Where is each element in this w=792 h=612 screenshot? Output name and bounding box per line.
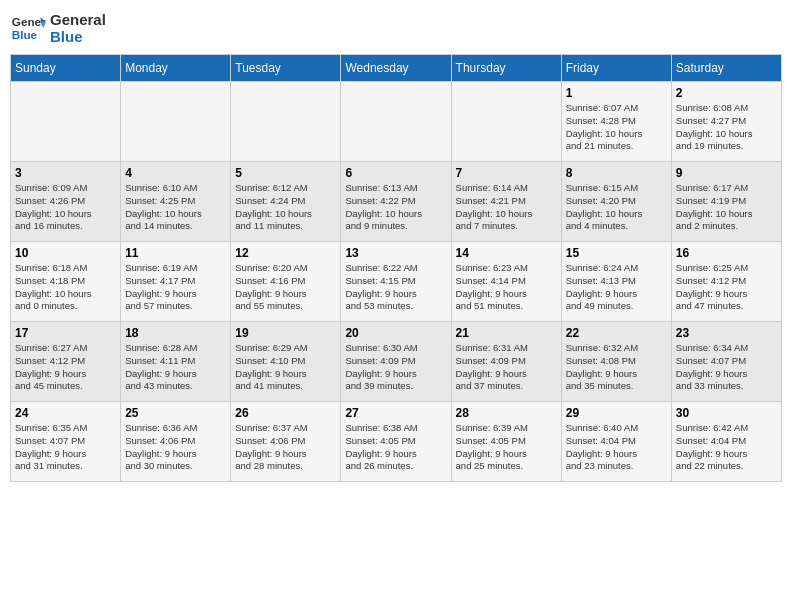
calendar-cell: 25Sunrise: 6:36 AMSunset: 4:06 PMDayligh… (121, 402, 231, 482)
calendar-cell: 1Sunrise: 6:07 AMSunset: 4:28 PMDaylight… (561, 82, 671, 162)
day-number: 8 (566, 166, 667, 180)
day-info: Sunrise: 6:18 AMSunset: 4:18 PMDaylight:… (15, 262, 116, 313)
day-info: Sunrise: 6:10 AMSunset: 4:25 PMDaylight:… (125, 182, 226, 233)
day-info: Sunrise: 6:17 AMSunset: 4:19 PMDaylight:… (676, 182, 777, 233)
day-info: Sunrise: 6:19 AMSunset: 4:17 PMDaylight:… (125, 262, 226, 313)
day-number: 13 (345, 246, 446, 260)
calendar-week-row: 17Sunrise: 6:27 AMSunset: 4:12 PMDayligh… (11, 322, 782, 402)
col-header-monday: Monday (121, 55, 231, 82)
calendar-cell: 28Sunrise: 6:39 AMSunset: 4:05 PMDayligh… (451, 402, 561, 482)
day-number: 20 (345, 326, 446, 340)
calendar-cell (231, 82, 341, 162)
svg-text:Blue: Blue (12, 28, 38, 41)
day-number: 7 (456, 166, 557, 180)
day-info: Sunrise: 6:25 AMSunset: 4:12 PMDaylight:… (676, 262, 777, 313)
day-info: Sunrise: 6:38 AMSunset: 4:05 PMDaylight:… (345, 422, 446, 473)
day-number: 14 (456, 246, 557, 260)
day-number: 23 (676, 326, 777, 340)
col-header-saturday: Saturday (671, 55, 781, 82)
calendar-cell: 15Sunrise: 6:24 AMSunset: 4:13 PMDayligh… (561, 242, 671, 322)
day-info: Sunrise: 6:37 AMSunset: 4:06 PMDaylight:… (235, 422, 336, 473)
calendar-cell: 18Sunrise: 6:28 AMSunset: 4:11 PMDayligh… (121, 322, 231, 402)
day-info: Sunrise: 6:23 AMSunset: 4:14 PMDaylight:… (456, 262, 557, 313)
calendar-cell: 30Sunrise: 6:42 AMSunset: 4:04 PMDayligh… (671, 402, 781, 482)
calendar-cell: 20Sunrise: 6:30 AMSunset: 4:09 PMDayligh… (341, 322, 451, 402)
day-number: 26 (235, 406, 336, 420)
day-number: 4 (125, 166, 226, 180)
calendar-week-row: 3Sunrise: 6:09 AMSunset: 4:26 PMDaylight… (11, 162, 782, 242)
day-info: Sunrise: 6:42 AMSunset: 4:04 PMDaylight:… (676, 422, 777, 473)
calendar-cell: 7Sunrise: 6:14 AMSunset: 4:21 PMDaylight… (451, 162, 561, 242)
day-number: 2 (676, 86, 777, 100)
day-info: Sunrise: 6:40 AMSunset: 4:04 PMDaylight:… (566, 422, 667, 473)
day-info: Sunrise: 6:29 AMSunset: 4:10 PMDaylight:… (235, 342, 336, 393)
calendar-cell: 6Sunrise: 6:13 AMSunset: 4:22 PMDaylight… (341, 162, 451, 242)
day-number: 21 (456, 326, 557, 340)
day-number: 16 (676, 246, 777, 260)
calendar-cell: 9Sunrise: 6:17 AMSunset: 4:19 PMDaylight… (671, 162, 781, 242)
calendar-cell: 8Sunrise: 6:15 AMSunset: 4:20 PMDaylight… (561, 162, 671, 242)
day-number: 3 (15, 166, 116, 180)
day-number: 6 (345, 166, 446, 180)
calendar-cell: 2Sunrise: 6:08 AMSunset: 4:27 PMDaylight… (671, 82, 781, 162)
day-number: 12 (235, 246, 336, 260)
calendar-cell (11, 82, 121, 162)
day-info: Sunrise: 6:20 AMSunset: 4:16 PMDaylight:… (235, 262, 336, 313)
col-header-thursday: Thursday (451, 55, 561, 82)
day-number: 1 (566, 86, 667, 100)
day-number: 17 (15, 326, 116, 340)
day-number: 22 (566, 326, 667, 340)
calendar-cell: 26Sunrise: 6:37 AMSunset: 4:06 PMDayligh… (231, 402, 341, 482)
day-number: 29 (566, 406, 667, 420)
day-number: 27 (345, 406, 446, 420)
day-info: Sunrise: 6:36 AMSunset: 4:06 PMDaylight:… (125, 422, 226, 473)
day-number: 18 (125, 326, 226, 340)
calendar-cell: 14Sunrise: 6:23 AMSunset: 4:14 PMDayligh… (451, 242, 561, 322)
calendar-cell: 21Sunrise: 6:31 AMSunset: 4:09 PMDayligh… (451, 322, 561, 402)
day-number: 25 (125, 406, 226, 420)
day-info: Sunrise: 6:22 AMSunset: 4:15 PMDaylight:… (345, 262, 446, 313)
calendar-cell (341, 82, 451, 162)
day-info: Sunrise: 6:35 AMSunset: 4:07 PMDaylight:… (15, 422, 116, 473)
col-header-wednesday: Wednesday (341, 55, 451, 82)
calendar-cell: 5Sunrise: 6:12 AMSunset: 4:24 PMDaylight… (231, 162, 341, 242)
day-info: Sunrise: 6:13 AMSunset: 4:22 PMDaylight:… (345, 182, 446, 233)
day-info: Sunrise: 6:28 AMSunset: 4:11 PMDaylight:… (125, 342, 226, 393)
calendar-cell (451, 82, 561, 162)
day-number: 5 (235, 166, 336, 180)
calendar-cell: 27Sunrise: 6:38 AMSunset: 4:05 PMDayligh… (341, 402, 451, 482)
calendar-cell: 12Sunrise: 6:20 AMSunset: 4:16 PMDayligh… (231, 242, 341, 322)
calendar-week-row: 1Sunrise: 6:07 AMSunset: 4:28 PMDaylight… (11, 82, 782, 162)
calendar-cell: 4Sunrise: 6:10 AMSunset: 4:25 PMDaylight… (121, 162, 231, 242)
day-number: 11 (125, 246, 226, 260)
calendar-cell: 16Sunrise: 6:25 AMSunset: 4:12 PMDayligh… (671, 242, 781, 322)
day-info: Sunrise: 6:39 AMSunset: 4:05 PMDaylight:… (456, 422, 557, 473)
day-number: 15 (566, 246, 667, 260)
day-info: Sunrise: 6:32 AMSunset: 4:08 PMDaylight:… (566, 342, 667, 393)
calendar-table: SundayMondayTuesdayWednesdayThursdayFrid… (10, 54, 782, 482)
logo-icon: General Blue (10, 10, 46, 46)
col-header-friday: Friday (561, 55, 671, 82)
calendar-cell: 19Sunrise: 6:29 AMSunset: 4:10 PMDayligh… (231, 322, 341, 402)
calendar-cell (121, 82, 231, 162)
day-number: 28 (456, 406, 557, 420)
day-info: Sunrise: 6:24 AMSunset: 4:13 PMDaylight:… (566, 262, 667, 313)
calendar-week-row: 10Sunrise: 6:18 AMSunset: 4:18 PMDayligh… (11, 242, 782, 322)
day-number: 30 (676, 406, 777, 420)
day-info: Sunrise: 6:12 AMSunset: 4:24 PMDaylight:… (235, 182, 336, 233)
calendar-cell: 17Sunrise: 6:27 AMSunset: 4:12 PMDayligh… (11, 322, 121, 402)
col-header-tuesday: Tuesday (231, 55, 341, 82)
calendar-cell: 11Sunrise: 6:19 AMSunset: 4:17 PMDayligh… (121, 242, 231, 322)
day-info: Sunrise: 6:34 AMSunset: 4:07 PMDaylight:… (676, 342, 777, 393)
day-info: Sunrise: 6:08 AMSunset: 4:27 PMDaylight:… (676, 102, 777, 153)
calendar-cell: 10Sunrise: 6:18 AMSunset: 4:18 PMDayligh… (11, 242, 121, 322)
day-info: Sunrise: 6:07 AMSunset: 4:28 PMDaylight:… (566, 102, 667, 153)
logo: General Blue General Blue (10, 10, 106, 46)
day-number: 19 (235, 326, 336, 340)
calendar-week-row: 24Sunrise: 6:35 AMSunset: 4:07 PMDayligh… (11, 402, 782, 482)
day-info: Sunrise: 6:27 AMSunset: 4:12 PMDaylight:… (15, 342, 116, 393)
calendar-cell: 13Sunrise: 6:22 AMSunset: 4:15 PMDayligh… (341, 242, 451, 322)
calendar-cell: 29Sunrise: 6:40 AMSunset: 4:04 PMDayligh… (561, 402, 671, 482)
calendar-cell: 24Sunrise: 6:35 AMSunset: 4:07 PMDayligh… (11, 402, 121, 482)
day-number: 10 (15, 246, 116, 260)
